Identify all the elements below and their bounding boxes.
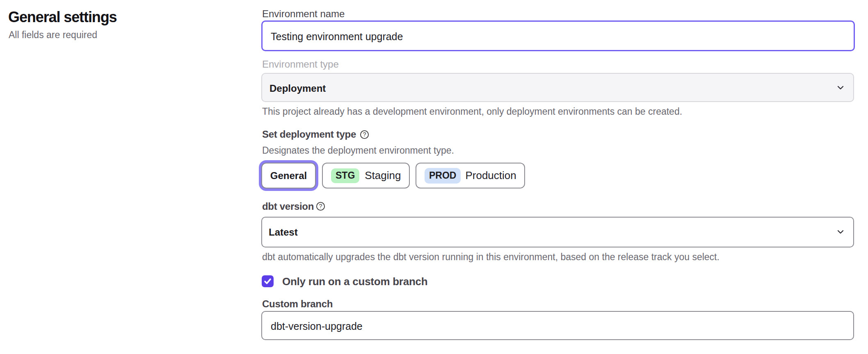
svg-text:?: ? [319, 203, 322, 209]
svg-text:?: ? [363, 131, 366, 138]
